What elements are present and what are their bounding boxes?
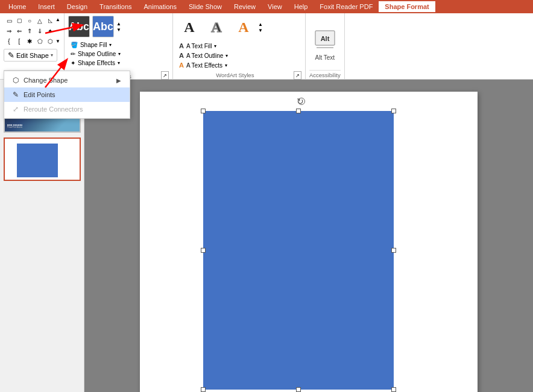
tab-review[interactable]: Review	[228, 1, 262, 12]
shape-effects-label: Shape Effects	[78, 60, 115, 66]
text-outline-row[interactable]: A A Text Outline ▾	[177, 51, 230, 60]
style-expand-arrows[interactable]: ▲ ▼	[116, 21, 121, 33]
asterisk-shape[interactable]: ✱	[24, 36, 35, 46]
shapes-up-arrow[interactable]: ▲	[55, 17, 60, 22]
edit-points-label: Edit Points	[24, 91, 55, 98]
slide-canvas: ↻	[140, 92, 478, 392]
tab-design[interactable]: Design	[61, 1, 93, 12]
pentagon-shape[interactable]: ⬠	[34, 36, 45, 46]
brace-shape[interactable]: {	[4, 36, 14, 46]
handle-tl[interactable]	[201, 109, 206, 113]
handle-tr[interactable]	[391, 109, 396, 113]
edit-shape-label: Edit Shape	[16, 52, 49, 59]
shape-effects-arrow[interactable]: ▾	[118, 60, 120, 66]
rect-shape[interactable]: ▭	[4, 16, 14, 25]
arrow-right-shape[interactable]: ⇒	[4, 26, 14, 36]
edit-shape-dropdown-menu: ⬡ Change Shape ▶ ✎ Edit Points ⤢ Reroute…	[4, 71, 130, 119]
shape-styles-expand[interactable]: ↗	[161, 71, 169, 80]
tab-foxit[interactable]: Foxit Reader PDF	[314, 1, 379, 12]
wordart-styles-group: A A A ▲ ▼ A A Text Fill ▾ A	[173, 13, 306, 81]
wordart-sample-plain[interactable]: A	[177, 16, 202, 39]
shape-fill-row[interactable]: 🪣 Shape Fill ▾	[68, 41, 123, 49]
edit-points-icon: ✎	[13, 90, 19, 99]
text-effects-arrow[interactable]: ▾	[225, 63, 227, 68]
insert-shapes-group: ▭ ▢ ○ △ ◺ ⇒ ⇐ ⇑ ⇓ ✦ { [ ✱	[0, 13, 65, 81]
rounded-rect-shape[interactable]: ▢	[14, 16, 25, 25]
alt-text-label[interactable]: Alt Text	[315, 54, 335, 61]
shape-outline-row[interactable]: ✏ Shape Outline ▾	[68, 50, 123, 58]
wordart-options: A A Text Fill ▾ A A Text Outline ▾ A A T…	[177, 42, 230, 69]
dropdown-item-change-shape[interactable]: ⬡ Change Shape ▶	[4, 73, 130, 87]
tab-help[interactable]: Help	[288, 1, 314, 12]
tab-home[interactable]: Home	[2, 1, 32, 12]
main-area: BDE DESIGN PowerPoint Assets ↻	[0, 80, 533, 392]
shape-outline-arrow[interactable]: ▾	[118, 51, 121, 57]
wordart-sample-outline[interactable]: A	[204, 16, 229, 39]
edit-shape-dropdown-arrow: ▾	[51, 52, 53, 58]
shape-outline-label: Shape Outline	[78, 51, 116, 57]
shape-fill-icon: 🪣	[71, 42, 78, 48]
style-sample-dark[interactable]: Abc	[68, 16, 90, 37]
tab-insert[interactable]: Insert	[32, 1, 61, 12]
bracket-shape[interactable]: [	[14, 36, 25, 46]
reroute-label: Reroute Connectors	[24, 106, 83, 113]
change-shape-icon: ⬡	[13, 76, 19, 84]
slide-thumbnail-2[interactable]	[4, 138, 81, 181]
dropdown-item-edit-points[interactable]: ✎ Edit Points	[4, 87, 130, 102]
svg-text:Alt: Alt	[320, 35, 329, 42]
arrow-down-shape[interactable]: ⇓	[34, 26, 45, 36]
text-effects-icon: A	[179, 62, 184, 69]
wordart-expand-arrows[interactable]: ▲ ▼	[258, 22, 263, 33]
shape-effects-icon: ✦	[71, 60, 75, 66]
tab-transitions[interactable]: Transitions	[93, 1, 137, 12]
ribbon-tab-bar: Home Insert Design Transitions Animation…	[0, 0, 533, 13]
wordart-sample-orange[interactable]: A	[231, 16, 256, 39]
rt-triangle-shape[interactable]: ◺	[45, 16, 55, 25]
text-fill-arrow[interactable]: ▾	[214, 43, 216, 49]
change-shape-submenu-arrow: ▶	[116, 77, 121, 84]
slide-thumb-1-text: BDE DESIGN PowerPoint Assets	[7, 124, 22, 129]
tab-shape-format[interactable]: Shape Format	[379, 1, 435, 12]
handle-br[interactable]	[391, 387, 396, 392]
arrow-up-shape[interactable]: ⇑	[24, 26, 35, 36]
star-shape[interactable]: ✦	[45, 26, 55, 36]
slide-panel: BDE DESIGN PowerPoint Assets	[0, 80, 84, 392]
text-effects-row[interactable]: A A Text Effects ▾	[177, 61, 230, 69]
handle-bl[interactable]	[201, 387, 206, 392]
shapes-grid: ▭ ▢ ○ △ ◺ ⇒ ⇐ ⇑ ⇓ ✦ { [ ✱	[4, 16, 54, 46]
arrow-left-shape[interactable]: ⇐	[14, 26, 25, 36]
tab-animations[interactable]: Animations	[138, 1, 183, 12]
shape-outline-icon: ✏	[71, 51, 75, 57]
shapes-expand[interactable]: ▼	[55, 39, 60, 44]
style-sample-blue[interactable]: Abc	[92, 16, 114, 37]
shape-fill-arrow[interactable]: ▾	[109, 42, 112, 48]
handle-mr[interactable]	[391, 248, 396, 253]
text-effects-label: A Text Effects	[186, 62, 222, 69]
handle-tc[interactable]	[296, 109, 301, 113]
text-fill-row[interactable]: A A Text Fill ▾	[177, 42, 230, 50]
text-fill-icon: A	[179, 42, 184, 49]
alt-text-group: Alt Alt Text Accessibility	[306, 13, 345, 81]
text-outline-label: A Text Outline	[186, 52, 224, 59]
canvas-area[interactable]: ↻	[84, 80, 533, 392]
edit-shape-container: ✎ Edit Shape ▾ ⬡ Change Shape ▶ ✎	[4, 49, 57, 62]
edit-shape-icon: ✎	[8, 51, 14, 60]
blue-shape[interactable]	[203, 111, 394, 390]
wordart-expand[interactable]: ↗	[294, 71, 301, 80]
handle-ml[interactable]	[201, 248, 206, 253]
text-outline-icon: A	[179, 52, 184, 59]
text-outline-arrow[interactable]: ▾	[226, 53, 228, 58]
tab-slideshow[interactable]: Slide Show	[183, 1, 228, 12]
handle-bc[interactable]	[296, 387, 301, 392]
tab-view[interactable]: View	[262, 1, 288, 12]
shape-effects-row[interactable]: ✦ Shape Effects ▾	[68, 59, 123, 67]
ribbon: ▭ ▢ ○ △ ◺ ⇒ ⇐ ⇑ ⇓ ✦ { [ ✱	[0, 13, 533, 80]
oval-shape[interactable]: ○	[24, 16, 35, 25]
hexagon-shape[interactable]: ⬡	[45, 36, 55, 46]
dropdown-item-reroute: ⤢ Reroute Connectors	[4, 102, 130, 116]
accessibility-label: Accessibility	[309, 70, 341, 80]
isosceles-shape[interactable]: △	[34, 16, 45, 25]
edit-shape-button[interactable]: ✎ Edit Shape ▾	[4, 49, 57, 62]
shapes-scroll[interactable]: ▲ ▼	[55, 16, 60, 45]
rotate-handle[interactable]	[298, 98, 305, 105]
